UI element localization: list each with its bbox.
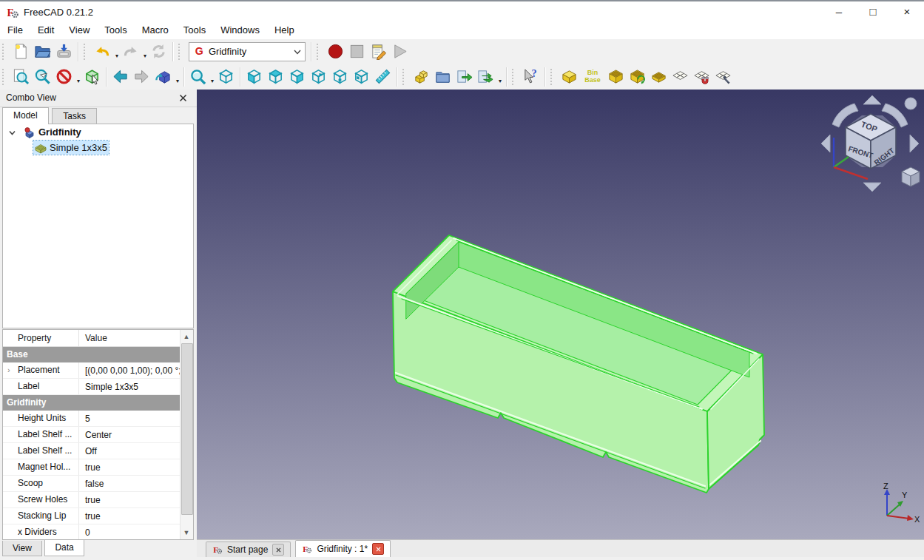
tree-row-object[interactable]: Simple 1x3x5 — [3, 140, 193, 155]
baseplate-icon[interactable] — [670, 67, 690, 87]
close-tab-icon[interactable] — [372, 543, 384, 555]
property-value[interactable]: 0 — [79, 525, 181, 540]
tree-document-label[interactable]: Gridfinity — [38, 126, 81, 138]
tree-selected-item[interactable]: Simple 1x3x5 — [33, 141, 109, 155]
bin-base-icon[interactable]: Bin Base — [581, 67, 604, 87]
create-group-icon[interactable] — [433, 67, 453, 87]
property-group-base[interactable]: Base — [3, 347, 181, 362]
menu-item-edit[interactable]: Edit — [30, 22, 61, 38]
link-make-icon[interactable] — [454, 67, 474, 87]
redo-icon[interactable]: ▾ — [121, 41, 141, 61]
menu-item-view[interactable]: View — [61, 22, 97, 38]
link-make-group-icon[interactable]: ▾ — [476, 67, 496, 87]
dropdown-arrow-icon[interactable]: ▾ — [176, 78, 179, 84]
property-value[interactable]: true — [79, 493, 181, 507]
menu-item-tools[interactable]: Tools — [176, 22, 213, 38]
measure-icon[interactable] — [373, 67, 393, 87]
tab-view[interactable]: View — [2, 541, 42, 556]
create-part-icon[interactable] — [411, 67, 431, 87]
property-value[interactable]: Off — [79, 444, 181, 459]
tab-tasks[interactable]: Tasks — [52, 108, 97, 124]
refresh-icon[interactable] — [149, 41, 169, 61]
zoom-icon[interactable]: ▾ — [188, 67, 208, 87]
float-panel-icon[interactable] — [158, 92, 170, 104]
tree-row-document[interactable]: Gridfinity — [3, 124, 193, 140]
macro-stop-icon[interactable] — [347, 41, 367, 61]
tab-model[interactable]: Model — [2, 107, 49, 124]
front-view-icon[interactable] — [244, 67, 264, 87]
property-value[interactable]: Simple 1x3x5 — [79, 379, 181, 394]
close-tab-icon[interactable] — [272, 544, 284, 556]
viewport-3d[interactable]: TOP FRONT RIGHT Z Y X — [197, 90, 924, 539]
maximize-button[interactable]: □ — [856, 1, 890, 24]
axonometric-view-icon[interactable] — [216, 67, 236, 87]
parts-bin-icon[interactable] — [649, 67, 669, 87]
left-view-icon[interactable] — [351, 67, 371, 87]
expander-icon[interactable]: › — [7, 365, 14, 374]
menu-item-help[interactable]: Help — [267, 22, 302, 38]
selection-view-icon[interactable] — [82, 67, 102, 87]
toolbar-grip[interactable] — [2, 44, 7, 60]
macro-play-icon[interactable] — [390, 41, 410, 61]
menu-item-file[interactable]: File — [0, 22, 30, 38]
property-group-gridfinity[interactable]: Gridfinity — [3, 395, 181, 411]
dropdown-arrow-icon[interactable]: ▾ — [211, 78, 214, 84]
toolbar-grip[interactable] — [402, 69, 408, 85]
property-scrollbar[interactable]: ▲ ▼ — [180, 330, 193, 539]
scroll-down-icon[interactable]: ▼ — [181, 527, 192, 539]
undo-icon[interactable]: ▾ — [92, 41, 112, 61]
toolbar-grip[interactable] — [550, 69, 556, 85]
toolbar-grip[interactable] — [178, 44, 183, 60]
new-document-icon[interactable] — [11, 41, 31, 61]
tab-data[interactable]: Data — [44, 540, 84, 556]
menu-item-macro[interactable]: Macro — [135, 22, 176, 38]
dropdown-arrow-icon[interactable]: ▾ — [144, 53, 146, 59]
save-document-icon[interactable] — [54, 41, 74, 61]
top-view-icon[interactable] — [266, 67, 286, 87]
linked-view-icon[interactable]: ▾ — [153, 67, 173, 87]
toolbar-grip[interactable] — [512, 69, 517, 85]
bin-blank-icon[interactable] — [559, 67, 579, 87]
menu-item-windows[interactable]: Windows — [213, 22, 267, 38]
property-value[interactable]: true — [79, 509, 181, 524]
minimize-button[interactable]: – — [822, 1, 856, 24]
close-panel-icon[interactable] — [177, 92, 189, 104]
simple-bin-icon[interactable] — [606, 67, 626, 87]
nav-forward-icon[interactable] — [132, 67, 152, 87]
toolbar-grip[interactable] — [84, 44, 89, 60]
scroll-up-icon[interactable]: ▲ — [181, 331, 192, 343]
close-button[interactable]: × — [890, 1, 924, 24]
toolbar-grip[interactable] — [317, 44, 322, 60]
whats-this-icon[interactable]: ? — [521, 67, 541, 87]
macro-record-icon[interactable] — [326, 41, 345, 61]
dropdown-arrow-icon[interactable]: ▾ — [77, 78, 80, 84]
workbench-selector[interactable]: G Gridfinity — [189, 42, 306, 61]
screw-together-baseplate-icon[interactable] — [713, 67, 733, 87]
property-row[interactable]: Stacking Liptrue — [3, 508, 181, 524]
property-row[interactable]: Label Shelf ...Off — [3, 443, 181, 459]
fit-selection-icon[interactable] — [33, 67, 53, 87]
scrollbar-thumb[interactable] — [181, 343, 193, 515]
draw-style-icon[interactable]: ▾ — [54, 67, 74, 87]
property-row[interactable]: Scoopfalse — [3, 476, 181, 492]
dropdown-arrow-icon[interactable]: ▾ — [499, 78, 502, 84]
document-tab-gridfinity-1[interactable]: FGridfinity : 1* — [295, 540, 391, 557]
property-row[interactable]: Label Shelf ...Center — [3, 427, 181, 443]
property-row[interactable]: Magnet Hol...true — [3, 459, 181, 476]
toolbar-grip[interactable] — [2, 69, 7, 85]
nav-back-icon[interactable] — [110, 67, 130, 87]
property-row[interactable]: ›Placement[(0,00 0,00 1,00); 0,00 °;... — [3, 362, 181, 379]
document-tab-start-page[interactable]: FStart page — [206, 542, 291, 557]
menu-item-tools[interactable]: Tools — [97, 22, 134, 38]
tree-object-label[interactable]: Simple 1x3x5 — [50, 142, 107, 153]
property-value[interactable]: 5 — [79, 411, 181, 426]
bottom-view-icon[interactable] — [330, 67, 350, 87]
rear-view-icon[interactable] — [308, 67, 328, 87]
eco-bin-icon[interactable] — [627, 67, 647, 87]
property-value[interactable]: [(0,00 0,00 1,00); 0,00 °;... — [79, 363, 181, 378]
right-view-icon[interactable] — [287, 67, 307, 87]
model-simple-1x3x5[interactable] — [197, 90, 924, 539]
property-value[interactable]: false — [79, 476, 181, 491]
open-document-icon[interactable] — [33, 41, 53, 61]
property-row[interactable]: Screw Holestrue — [3, 492, 181, 508]
